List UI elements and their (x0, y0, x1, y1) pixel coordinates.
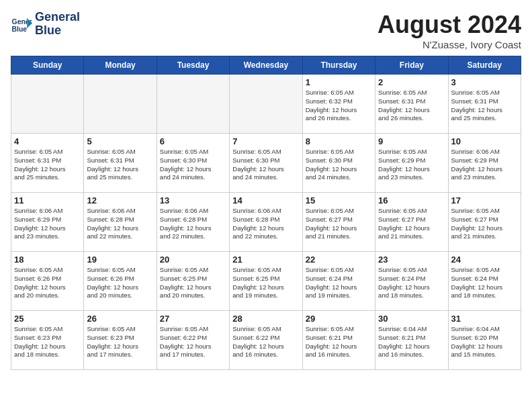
logo-text-line1: General (35, 11, 80, 24)
calendar-cell: 11Sunrise: 6:06 AM Sunset: 6:29 PM Dayli… (11, 193, 84, 252)
day-info: Sunrise: 6:05 AM Sunset: 6:31 PM Dayligh… (14, 148, 81, 182)
day-number: 14 (232, 195, 299, 205)
calendar-cell: 21Sunrise: 6:05 AM Sunset: 6:25 PM Dayli… (230, 252, 302, 311)
day-number: 5 (87, 136, 153, 146)
week-row-2: 4Sunrise: 6:05 AM Sunset: 6:31 PM Daylig… (11, 134, 521, 193)
calendar-cell: 8Sunrise: 6:05 AM Sunset: 6:30 PM Daylig… (302, 134, 375, 193)
day-info: Sunrise: 6:05 AM Sunset: 6:31 PM Dayligh… (378, 89, 445, 123)
calendar-cell: 12Sunrise: 6:06 AM Sunset: 6:28 PM Dayli… (84, 193, 157, 252)
calendar-cell: 28Sunrise: 6:05 AM Sunset: 6:22 PM Dayli… (230, 311, 302, 370)
day-info: Sunrise: 6:05 AM Sunset: 6:31 PM Dayligh… (87, 148, 153, 182)
day-number: 15 (306, 195, 372, 205)
title-area: August 2024 N'Zuasse, Ivory Coast (378, 11, 521, 50)
day-header-thursday: Thursday (302, 56, 375, 75)
day-number: 22 (306, 255, 372, 265)
day-number: 30 (378, 314, 445, 324)
day-number: 9 (378, 136, 445, 146)
day-info: Sunrise: 6:05 AM Sunset: 6:27 PM Dayligh… (306, 207, 372, 241)
calendar-cell: 16Sunrise: 6:05 AM Sunset: 6:27 PM Dayli… (375, 193, 448, 252)
day-info: Sunrise: 6:05 AM Sunset: 6:23 PM Dayligh… (14, 325, 81, 359)
day-info: Sunrise: 6:05 AM Sunset: 6:24 PM Dayligh… (378, 266, 445, 300)
day-header-monday: Monday (84, 56, 157, 75)
logo-icon: General Blue (11, 13, 32, 35)
day-number: 29 (306, 314, 372, 324)
day-number: 8 (306, 136, 372, 146)
svg-text:Blue: Blue (12, 26, 28, 33)
day-number: 31 (451, 314, 518, 324)
day-info: Sunrise: 6:05 AM Sunset: 6:22 PM Dayligh… (160, 325, 226, 359)
day-number: 27 (160, 314, 226, 324)
calendar-cell (157, 75, 229, 134)
day-info: Sunrise: 6:05 AM Sunset: 6:31 PM Dayligh… (451, 89, 518, 123)
day-info: Sunrise: 6:05 AM Sunset: 6:25 PM Dayligh… (160, 266, 226, 300)
day-number: 11 (14, 195, 81, 205)
calendar-cell: 26Sunrise: 6:05 AM Sunset: 6:23 PM Dayli… (84, 311, 157, 370)
week-row-5: 25Sunrise: 6:05 AM Sunset: 6:23 PM Dayli… (11, 311, 521, 370)
days-header-row: SundayMondayTuesdayWednesdayThursdayFrid… (11, 56, 521, 75)
day-info: Sunrise: 6:05 AM Sunset: 6:30 PM Dayligh… (160, 148, 226, 182)
calendar-cell: 7Sunrise: 6:05 AM Sunset: 6:30 PM Daylig… (230, 134, 302, 193)
day-info: Sunrise: 6:05 AM Sunset: 6:23 PM Dayligh… (87, 325, 153, 359)
calendar-cell: 22Sunrise: 6:05 AM Sunset: 6:24 PM Dayli… (302, 252, 375, 311)
month-year: August 2024 (378, 11, 521, 39)
day-number: 2 (378, 77, 445, 87)
day-number: 3 (451, 77, 518, 87)
day-info: Sunrise: 6:06 AM Sunset: 6:29 PM Dayligh… (14, 207, 81, 241)
calendar-cell (230, 75, 302, 134)
calendar-cell: 1Sunrise: 6:05 AM Sunset: 6:32 PM Daylig… (302, 75, 375, 134)
calendar-cell: 5Sunrise: 6:05 AM Sunset: 6:31 PM Daylig… (84, 134, 157, 193)
day-number: 18 (14, 255, 81, 265)
calendar-cell: 17Sunrise: 6:05 AM Sunset: 6:27 PM Dayli… (448, 193, 521, 252)
calendar-cell: 20Sunrise: 6:05 AM Sunset: 6:25 PM Dayli… (157, 252, 229, 311)
week-row-4: 18Sunrise: 6:05 AM Sunset: 6:26 PM Dayli… (11, 252, 521, 311)
calendar-cell: 15Sunrise: 6:05 AM Sunset: 6:27 PM Dayli… (302, 193, 375, 252)
day-info: Sunrise: 6:05 AM Sunset: 6:30 PM Dayligh… (306, 148, 372, 182)
day-info: Sunrise: 6:06 AM Sunset: 6:29 PM Dayligh… (451, 148, 518, 182)
day-number: 23 (378, 255, 445, 265)
day-info: Sunrise: 6:06 AM Sunset: 6:28 PM Dayligh… (87, 207, 153, 241)
calendar-cell: 6Sunrise: 6:05 AM Sunset: 6:30 PM Daylig… (157, 134, 229, 193)
day-info: Sunrise: 6:05 AM Sunset: 6:26 PM Dayligh… (87, 266, 153, 300)
calendar-cell: 14Sunrise: 6:06 AM Sunset: 6:28 PM Dayli… (230, 193, 302, 252)
calendar-cell: 18Sunrise: 6:05 AM Sunset: 6:26 PM Dayli… (11, 252, 84, 311)
day-header-wednesday: Wednesday (230, 56, 302, 75)
day-info: Sunrise: 6:05 AM Sunset: 6:29 PM Dayligh… (378, 148, 445, 182)
day-info: Sunrise: 6:05 AM Sunset: 6:21 PM Dayligh… (306, 325, 372, 359)
day-header-friday: Friday (375, 56, 448, 75)
calendar-cell: 24Sunrise: 6:05 AM Sunset: 6:24 PM Dayli… (448, 252, 521, 311)
calendar-cell: 13Sunrise: 6:06 AM Sunset: 6:28 PM Dayli… (157, 193, 229, 252)
day-number: 6 (160, 136, 226, 146)
day-number: 24 (451, 255, 518, 265)
day-number: 17 (451, 195, 518, 205)
day-header-saturday: Saturday (448, 56, 521, 75)
day-number: 4 (14, 136, 81, 146)
day-number: 16 (378, 195, 445, 205)
day-number: 7 (232, 136, 299, 146)
day-info: Sunrise: 6:04 AM Sunset: 6:20 PM Dayligh… (451, 325, 518, 359)
day-header-tuesday: Tuesday (157, 56, 229, 75)
calendar-cell: 29Sunrise: 6:05 AM Sunset: 6:21 PM Dayli… (302, 311, 375, 370)
day-info: Sunrise: 6:05 AM Sunset: 6:27 PM Dayligh… (378, 207, 445, 241)
day-info: Sunrise: 6:06 AM Sunset: 6:28 PM Dayligh… (232, 207, 299, 241)
calendar-cell: 10Sunrise: 6:06 AM Sunset: 6:29 PM Dayli… (448, 134, 521, 193)
calendar-cell: 30Sunrise: 6:04 AM Sunset: 6:21 PM Dayli… (375, 311, 448, 370)
day-number: 20 (160, 255, 226, 265)
day-number: 25 (14, 314, 81, 324)
day-number: 13 (160, 195, 226, 205)
calendar-cell: 19Sunrise: 6:05 AM Sunset: 6:26 PM Dayli… (84, 252, 157, 311)
calendar-cell (11, 75, 84, 134)
day-info: Sunrise: 6:05 AM Sunset: 6:27 PM Dayligh… (451, 207, 518, 241)
day-number: 28 (232, 314, 299, 324)
day-info: Sunrise: 6:05 AM Sunset: 6:32 PM Dayligh… (306, 89, 372, 123)
calendar-cell: 2Sunrise: 6:05 AM Sunset: 6:31 PM Daylig… (375, 75, 448, 134)
calendar-cell: 31Sunrise: 6:04 AM Sunset: 6:20 PM Dayli… (448, 311, 521, 370)
day-info: Sunrise: 6:05 AM Sunset: 6:24 PM Dayligh… (451, 266, 518, 300)
day-number: 19 (87, 255, 153, 265)
day-number: 1 (306, 77, 372, 87)
day-info: Sunrise: 6:06 AM Sunset: 6:28 PM Dayligh… (160, 207, 226, 241)
day-info: Sunrise: 6:05 AM Sunset: 6:26 PM Dayligh… (14, 266, 81, 300)
calendar-cell: 27Sunrise: 6:05 AM Sunset: 6:22 PM Dayli… (157, 311, 229, 370)
week-row-3: 11Sunrise: 6:06 AM Sunset: 6:29 PM Dayli… (11, 193, 521, 252)
day-info: Sunrise: 6:05 AM Sunset: 6:30 PM Dayligh… (232, 148, 299, 182)
day-info: Sunrise: 6:05 AM Sunset: 6:25 PM Dayligh… (232, 266, 299, 300)
